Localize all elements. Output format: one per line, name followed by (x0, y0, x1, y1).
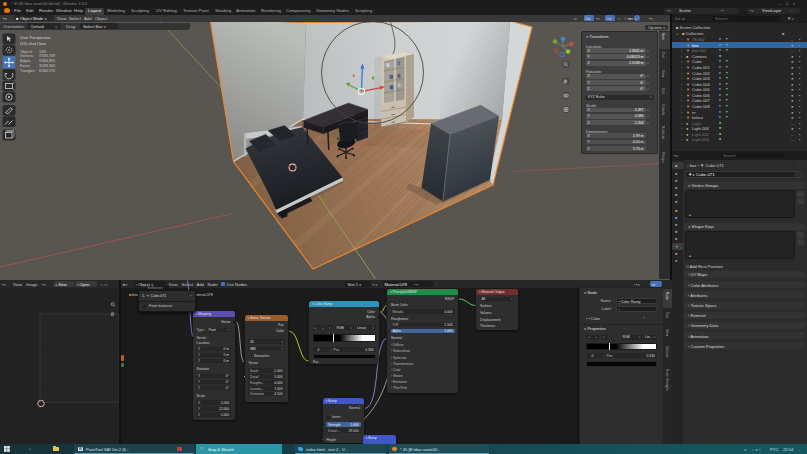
svg-text:Edges: Edges (20, 59, 30, 63)
svg-text:6/366,970: 6/366,970 (39, 69, 55, 73)
svg-text:3/183,363: 3/183,363 (39, 64, 55, 68)
svg-text:9/366,895: 9/366,895 (39, 59, 55, 63)
svg-text:Objects: Objects (20, 50, 32, 54)
svg-text:(10) nhat | box: (10) nhat | box (20, 41, 46, 46)
svg-text:Triangles: Triangles (20, 69, 35, 73)
svg-text:User Perspective: User Perspective (20, 35, 51, 40)
svg-text:1/69: 1/69 (39, 50, 46, 54)
svg-text:Vertices: Vertices (20, 54, 33, 58)
svg-text:Faces: Faces (20, 64, 30, 68)
svg-text:7/183,769: 7/183,769 (39, 54, 55, 58)
